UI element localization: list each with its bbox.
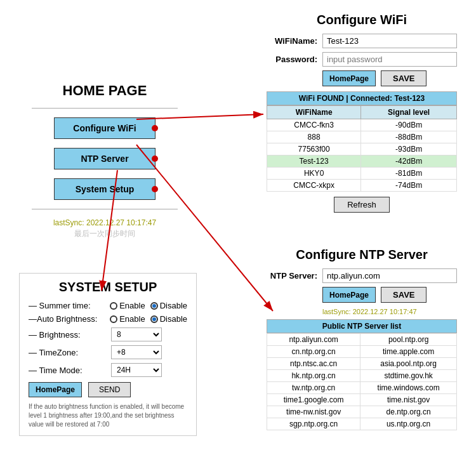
system-send-button[interactable]: SEND xyxy=(88,382,131,397)
ntp-server-1: tw.ntp.org.cn xyxy=(267,382,360,394)
time-mode-select[interactable]: 24H xyxy=(111,363,162,377)
system-btn-row: HomePage SEND xyxy=(29,382,187,397)
brightness-label: — Brightness: xyxy=(29,330,111,340)
auto-brightness-label: —Auto Brightness: xyxy=(29,314,110,324)
auto-brightness-radios: Enable Disable xyxy=(110,314,187,324)
ntp-server-2: time.nist.gov xyxy=(360,394,457,406)
password-label: Password: xyxy=(267,55,317,64)
ntp-server-2: stdtime.gov.hk xyxy=(360,370,457,382)
ntp-server-button[interactable]: NTP Server xyxy=(54,148,155,169)
ntp-server-1: hk.ntp.org.cn xyxy=(267,370,360,382)
ntp-server-1: ntp.ntsc.ac.cn xyxy=(267,358,360,370)
ntp-server-row[interactable]: ntp.aliyun.compool.ntp.org xyxy=(267,334,457,346)
network-signal: -93dBm xyxy=(361,143,457,155)
network-name: 77563f00 xyxy=(267,143,361,155)
timezone-row: — TimeZone: +8 xyxy=(29,345,187,359)
timezone-label: — TimeZone: xyxy=(29,348,111,357)
brightness-row: — Brightness: 8 xyxy=(29,327,187,341)
ntp-server-2: de.ntp.org.cn xyxy=(360,406,457,418)
wifi-name-input[interactable] xyxy=(322,34,457,48)
wifi-network-row[interactable]: CMCC-fkn3-90dBm xyxy=(267,119,457,131)
password-input[interactable] xyxy=(322,52,457,67)
network-signal: -88dBm xyxy=(361,131,457,143)
wifi-indicator-dot xyxy=(152,125,158,131)
summer-disable-label: Disable xyxy=(160,301,187,310)
brightness-enable-label: Enable xyxy=(119,314,145,324)
wifi-network-row[interactable]: 77563f00-93dBm xyxy=(267,143,457,155)
ntp-server-row[interactable]: time1.google.comtime.nist.gov xyxy=(267,394,457,406)
system-section: SYSTEM SETUP — Summer time: Enable Disab… xyxy=(19,273,197,436)
wifi-network-row[interactable]: 888-88dBm xyxy=(267,131,457,143)
network-signal: -74dBm xyxy=(361,180,457,192)
wifi-table-header-signal: Signal level xyxy=(361,106,457,119)
ntp-server-row[interactable]: hk.ntp.org.cnstdtime.gov.hk xyxy=(267,370,457,382)
ntp-server-row[interactable]: time-nw.nist.govde.ntp.org.cn xyxy=(267,406,457,418)
system-homepage-button[interactable]: HomePage xyxy=(29,382,82,397)
network-signal: -81dBm xyxy=(361,168,457,180)
ntp-homepage-button[interactable]: HomePage xyxy=(322,287,376,303)
wifi-save-button[interactable]: SAVE xyxy=(381,70,426,86)
ntp-server-row[interactable]: ntp.ntsc.ac.cnasia.pool.ntp.org xyxy=(267,358,457,370)
timezone-select[interactable]: +8 xyxy=(111,345,162,359)
last-sync-label: lastSync: 2022.12.27 10:17:47 xyxy=(32,218,178,227)
system-title: SYSTEM SETUP xyxy=(29,280,187,294)
system-indicator-dot xyxy=(152,186,158,192)
wifi-table-header-name: WiFiName xyxy=(267,106,361,119)
network-name: CMCC-fkn3 xyxy=(267,119,361,131)
ntp-server-row[interactable]: sgp.ntp.org.cnus.ntp.org.cn xyxy=(267,418,457,430)
ntp-server-input[interactable] xyxy=(322,268,457,283)
ntp-btn-row: HomePage SAVE xyxy=(322,287,457,303)
wifi-name-label: WiFiName: xyxy=(267,36,317,46)
home-divider-bottom xyxy=(32,209,178,209)
summer-enable-circle xyxy=(110,302,117,310)
wifi-found-header: WiFi FOUND | Connected: Test-123 xyxy=(267,91,457,105)
ntp-last-sync: lastSync: 2022.12.27 10:17:47 xyxy=(322,308,457,315)
configure-wifi-button[interactable]: Configure WiFi xyxy=(54,117,155,139)
time-mode-label: — Time Mode: xyxy=(29,366,111,375)
network-name: Test-123 xyxy=(267,155,361,168)
brightness-enable-radio[interactable]: Enable xyxy=(110,314,145,324)
summer-disable-circle xyxy=(150,302,158,310)
summer-disable-radio[interactable]: Disable xyxy=(150,301,187,310)
ntp-server-row[interactable]: tw.ntp.org.cntime.windows.com xyxy=(267,382,457,394)
brightness-select[interactable]: 8 xyxy=(111,327,162,341)
ntp-server-2: us.ntp.org.cn xyxy=(360,418,457,430)
ntp-server-1: ntp.aliyun.com xyxy=(267,334,360,346)
network-name: HKY0 xyxy=(267,168,361,180)
brightness-disable-radio[interactable]: Disable xyxy=(150,314,187,324)
home-divider xyxy=(32,108,178,109)
auto-brightness-row: —Auto Brightness: Enable Disable xyxy=(29,314,187,324)
summer-time-row: — Summer time: Enable Disable xyxy=(29,301,187,310)
ntp-section-title: Configure NTP Server xyxy=(267,248,457,262)
wifi-networks-table: WiFiName Signal level CMCC-fkn3-90dBm888… xyxy=(267,105,457,192)
wifi-homepage-button[interactable]: HomePage xyxy=(322,70,376,86)
wifi-network-row[interactable]: HKY0-81dBm xyxy=(267,168,457,180)
ntp-server-2: pool.ntp.org xyxy=(360,334,457,346)
time-mode-row: — Time Mode: 24H xyxy=(29,363,187,377)
wifi-network-row[interactable]: CMCC-xkpx-74dBm xyxy=(267,180,457,192)
wifi-network-row[interactable]: Test-123-42dBm xyxy=(267,155,457,168)
ntp-server-2: time.windows.com xyxy=(360,382,457,394)
ntp-server-row: NTP Server: xyxy=(267,268,457,283)
summer-time-label: — Summer time: xyxy=(29,301,110,310)
brightness-disable-circle xyxy=(150,315,158,323)
ntp-server-1: cn.ntp.org.cn xyxy=(267,346,360,358)
last-sync-cn-label: 最后一次同步时间 xyxy=(32,228,178,239)
ntp-save-button[interactable]: SAVE xyxy=(381,287,426,303)
wifi-name-row: WiFiName: xyxy=(267,34,457,48)
ntp-indicator-dot xyxy=(152,155,158,162)
ntp-server-2: time.apple.com xyxy=(360,346,457,358)
network-signal: -90dBm xyxy=(361,119,457,131)
ntp-servers-table: ntp.aliyun.compool.ntp.orgcn.ntp.org.cnt… xyxy=(267,333,457,430)
network-name: CMCC-xkpx xyxy=(267,180,361,192)
summer-enable-radio[interactable]: Enable xyxy=(110,301,145,310)
system-setup-button[interactable]: System Setup xyxy=(54,178,155,200)
wifi-refresh-button[interactable]: Refresh xyxy=(334,197,390,213)
ntp-table-header: Public NTP Server list xyxy=(267,319,457,333)
summer-enable-label: Enable xyxy=(119,301,145,310)
wifi-btn-row: HomePage SAVE xyxy=(322,70,457,86)
wifi-section: Configure WiFi WiFiName: Password: HomeP… xyxy=(267,13,457,213)
ntp-server-row[interactable]: cn.ntp.org.cntime.apple.com xyxy=(267,346,457,358)
ntp-server-1: time-nw.nist.gov xyxy=(267,406,360,418)
password-row: Password: xyxy=(267,52,457,67)
